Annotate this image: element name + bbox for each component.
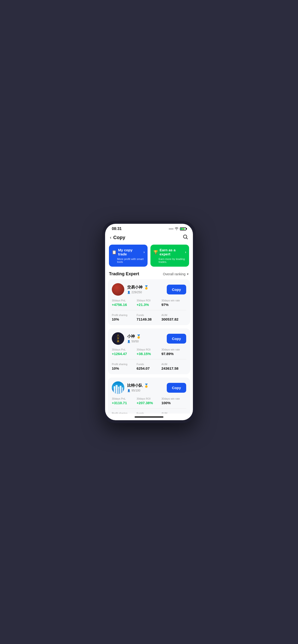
stat-profit-sharing-2: Profit sharing 10% (112, 363, 136, 370)
stats-grid-3: 30days PnL +3110.71 30days ROI +207.38% … (112, 397, 186, 414)
stat-aum-1: AUM 300537.82 (162, 314, 186, 321)
stat-pnl-2: 30days PnL +1264.47 (112, 348, 136, 356)
stat-roi-value-1: +21.3% (136, 302, 161, 307)
banner-arrow-right: › (185, 250, 186, 254)
stat-pnl-value-2: +1264.47 (112, 352, 136, 356)
stat-profit-sharing-value-2: 10% (112, 366, 136, 370)
person-icon-3: 👤 (127, 389, 130, 392)
expert-name-3: 比特小队 (127, 383, 142, 388)
trading-expert-title: Trading Expert (109, 272, 139, 276)
expert-followers-2: 👤 50/50 (127, 340, 141, 343)
stat-pnl-3: 30days PnL +3110.71 (112, 397, 136, 405)
banner-top-right: 🏆 Earn as a expert › (153, 248, 186, 256)
stat-funds-3: Funds 67676.48 (136, 412, 161, 414)
card-top-3: 比特小队 🥇 👤 95/100 Copy (112, 382, 186, 394)
ranking-dropdown[interactable]: Overall ranking ▼ (163, 272, 189, 276)
section-header: Trading Expert Overall ranking ▼ (105, 270, 193, 279)
stat-funds-value-2: 6254.07 (136, 366, 161, 370)
stat-divider-2 (112, 359, 186, 360)
wifi-icon (175, 227, 179, 231)
expert-card-3: 比特小队 🥇 👤 95/100 Copy 30days Pn (108, 378, 190, 414)
expert-name-row-3: 比特小队 🥇 (127, 383, 149, 388)
stat-profit-sharing-1: Profit sharing 10% (112, 314, 136, 321)
search-icon[interactable] (183, 234, 188, 241)
earn-as-expert-title: Earn as a expert (160, 248, 184, 256)
stat-winrate-2: 30days win rate 97.89% (162, 348, 186, 356)
stat-aum-value-2: 243617.58 (162, 366, 186, 370)
stat-winrate-value-3: 100% (162, 401, 186, 405)
expert-name-2: 小神 (127, 334, 135, 339)
banner-top-left: 📋 My copy trade › (112, 248, 145, 256)
person-icon-2: 👤 (127, 340, 130, 343)
expert-name-row-1: 交易小神 🥇 (127, 285, 149, 290)
earn-as-expert-subtitle: Earn more by leading trades. (153, 258, 186, 263)
expert-info-3: 比特小队 🥇 👤 95/100 (112, 382, 149, 394)
avatar-2: 八方来 (112, 332, 124, 345)
svg-rect-7 (122, 388, 123, 394)
banners-container: 📋 My copy trade › More profit with smart… (105, 244, 193, 270)
expert-card-1: 交易小神 🥇 👤 229/250 Copy 30days P (108, 279, 190, 325)
expert-followers-1: 👤 229/250 (127, 290, 149, 294)
home-bar (135, 416, 163, 418)
crown-badge-3: 🥇 (144, 383, 149, 388)
page-title: Copy (113, 235, 125, 240)
expert-list: 交易小神 🥇 👤 229/250 Copy 30days P (105, 279, 193, 414)
stat-profit-sharing-value-1: 10% (112, 317, 136, 321)
stat-winrate-3: 30days win rate 100% (162, 397, 186, 405)
expert-name-row-2: 小神 🥇 (127, 334, 141, 339)
stat-funds-2: Funds 6254.07 (136, 363, 161, 370)
earn-expert-icon: 🏆 (153, 250, 158, 254)
copy-button-2[interactable]: Copy (167, 334, 186, 344)
dropdown-arrow-icon: ▼ (186, 273, 189, 276)
ranking-label: Overall ranking (163, 272, 186, 276)
back-button[interactable]: ‹ (110, 235, 111, 240)
stat-winrate-1: 30days win rate 97% (162, 299, 186, 307)
stat-divider-3 (112, 408, 186, 408)
header: ‹ Copy (105, 232, 193, 244)
card-top-2: 八方来 小神 🥇 👤 50/50 (112, 332, 186, 345)
expert-info-2: 八方来 小神 🥇 👤 50/50 (112, 332, 141, 345)
status-icons: ⚡ (169, 227, 186, 231)
stat-roi-2: 30days ROI +38.15% (136, 348, 161, 356)
expert-followers-3: 👤 95/100 (127, 389, 149, 392)
battery-icon: ⚡ (180, 227, 186, 230)
avatar-3-img (112, 382, 124, 394)
expert-card-2: 八方来 小神 🥇 👤 50/50 (108, 328, 190, 374)
avatar-3 (112, 382, 124, 394)
stat-winrate-value-1: 97% (162, 302, 186, 307)
phone-screen: 08:31 ⚡ (105, 224, 193, 420)
expert-details-1: 交易小神 🥇 👤 229/250 (127, 285, 149, 294)
avatar-2-text: 八方来 (112, 332, 124, 345)
person-icon-1: 👤 (127, 291, 130, 294)
svg-rect-5 (118, 387, 119, 394)
svg-rect-6 (120, 386, 121, 394)
stat-aum-value-1: 300537.82 (162, 317, 186, 321)
expert-details-2: 小神 🥇 👤 50/50 (127, 334, 141, 343)
copy-button-1[interactable]: Copy (167, 284, 186, 294)
stat-aum-2: AUM 243617.58 (162, 363, 186, 370)
earn-as-expert-button[interactable]: 🏆 Earn as a expert › Earn more by leadin… (151, 244, 189, 267)
stat-winrate-value-2: 97.89% (162, 352, 186, 356)
svg-rect-4 (116, 385, 117, 394)
header-left: ‹ Copy (110, 235, 125, 240)
copy-button-3[interactable]: Copy (167, 383, 186, 393)
stat-roi-value-2: +38.15% (136, 352, 161, 356)
card-top-1: 交易小神 🥇 👤 229/250 Copy (112, 283, 186, 296)
banner-arrow-left: › (143, 250, 145, 254)
my-copy-trade-button[interactable]: 📋 My copy trade › More profit with smart… (109, 244, 147, 267)
avatar-1 (112, 283, 124, 296)
copy-trade-icon: 📋 (112, 250, 117, 254)
expert-info-1: 交易小神 🥇 👤 229/250 (112, 283, 149, 296)
stat-profit-sharing-3: Profit sharing 15% (112, 412, 136, 414)
stat-roi-1: 30days ROI +21.3% (136, 299, 161, 307)
stat-aum-3: AUM 17734.55 (162, 412, 186, 414)
phone-shell: 08:31 ⚡ (102, 221, 196, 423)
crown-badge-2: 🥇 (136, 334, 141, 339)
expert-details-3: 比特小队 🥇 👤 95/100 (127, 383, 149, 392)
home-indicator (105, 414, 193, 420)
expert-name-1: 交易小神 (127, 285, 142, 290)
status-time: 08:31 (112, 227, 122, 231)
stats-grid-1: 30days PnL +4756.16 30days ROI +21.3% 30… (112, 299, 186, 321)
stat-divider-1 (112, 310, 186, 310)
stat-funds-value-1: 71149.38 (136, 317, 161, 321)
